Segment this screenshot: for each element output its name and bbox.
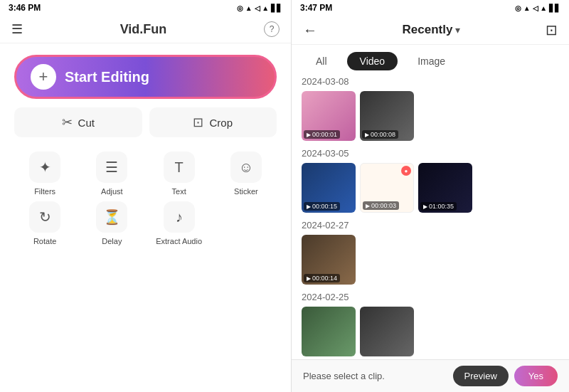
text-tool[interactable]: T Text	[149, 152, 210, 196]
filters-tool[interactable]: ✦ Filters	[14, 152, 75, 196]
plus-icon: +	[31, 64, 56, 90]
left-status-icons: ◎ ▲ ◁ ▲ ▋▋	[237, 4, 282, 12]
extract-audio-tool[interactable]: ♪ Extract Audio	[149, 201, 210, 245]
right-time: 3:47 PM	[300, 3, 332, 13]
duration-badge: ▶ 00:00:01	[304, 130, 340, 139]
left-time: 3:46 PM	[9, 3, 41, 13]
play-icon: ▶	[307, 132, 311, 138]
duration-badge: ▶ 00:00:08	[362, 130, 398, 139]
sticker-label: Sticker	[234, 187, 258, 196]
media-thumb[interactable]: ▶ 00:00:01	[302, 91, 356, 141]
menu-icon[interactable]: ☰	[11, 21, 23, 37]
media-thumb[interactable]	[302, 307, 356, 356]
adjust-tool[interactable]: ☰ Adjust	[81, 152, 142, 196]
delay-label: Delay	[102, 237, 122, 245]
media-thumb[interactable]: ▶ 00:00:08	[360, 91, 414, 141]
duration-badge: ▶ 00:00:14	[304, 274, 340, 282]
sticker-tool[interactable]: ☺ Sticker	[216, 152, 277, 196]
media-row-2: ▶ 00:00:14	[302, 235, 559, 285]
duration-badge: ▶ 00:00:15	[304, 202, 340, 211]
right-panel: 3:47 PM ◎ ▲ ◁ ▲ ▋▋ ← Recently ▾ ⊡ All Vi…	[292, 0, 569, 392]
left-panel: 3:46 PM ◎ ▲ ◁ ▲ ▋▋ ☰ Vid.Fun ? + Start E…	[0, 0, 292, 392]
play-icon: ▶	[307, 275, 311, 282]
media-thumb[interactable]: ▶ 01:00:35	[418, 163, 472, 213]
date-label-2: 2024-02-27	[302, 220, 559, 231]
chevron-down-icon: ▾	[455, 24, 460, 36]
delay-tool[interactable]: ⏳ Delay	[81, 201, 142, 245]
tab-all[interactable]: All	[303, 52, 340, 70]
duration-badge: ▶ 01:00:35	[420, 202, 457, 211]
start-editing-button[interactable]: + Start Editing	[14, 55, 277, 99]
status-bar-right: 3:47 PM ◎ ▲ ◁ ▲ ▋▋	[292, 0, 569, 16]
start-editing-label: Start Editing	[65, 69, 149, 85]
play-icon: ▶	[365, 132, 369, 138]
left-header: ☰ Vid.Fun ?	[0, 16, 291, 43]
filters-icon: ✦	[29, 152, 60, 183]
media-thumb[interactable]: ▶ 00:00:15	[302, 163, 356, 213]
tools-grid: ✦ Filters ☰ Adjust T Text ☺ Sticker ↻ Ro…	[0, 146, 291, 251]
recently-label: Recently	[403, 23, 453, 37]
select-clip-text: Please select a clip.	[303, 371, 385, 381]
camera-icon[interactable]: ⊡	[546, 21, 558, 38]
play-icon: ▶	[307, 203, 311, 210]
rotate-label: Rotate	[33, 237, 56, 245]
recently-dropdown[interactable]: Recently ▾	[403, 23, 461, 37]
preview-button[interactable]: Preview	[453, 366, 509, 386]
cut-button[interactable]: ✂ Cut	[14, 107, 142, 137]
extract-audio-label: Extract Audio	[156, 237, 202, 245]
help-button[interactable]: ?	[264, 21, 280, 37]
tab-video[interactable]: Video	[347, 52, 398, 70]
yes-button[interactable]: Yes	[514, 366, 558, 386]
media-scroll[interactable]: 2024-03-08 ▶ 00:00:01 ▶ 00:00:08 202	[292, 76, 569, 392]
media-row-1: ▶ 00:00:15 ● ▶ 00:00:03 ▶ 01:00:35	[302, 163, 559, 213]
extract-audio-icon: ♪	[164, 201, 195, 233]
duration-badge: ▶ 00:00:03	[363, 201, 399, 210]
media-thumb[interactable]: ● ▶ 00:00:03	[360, 163, 414, 213]
right-status-icons: ◎ ▲ ◁ ▲ ▋▋	[515, 4, 560, 12]
delay-icon: ⏳	[96, 201, 127, 233]
date-section-0: 2024-03-08 ▶ 00:00:01 ▶ 00:00:08	[302, 76, 559, 141]
play-icon: ▶	[366, 203, 370, 209]
filter-tabs: All Video Image	[292, 45, 569, 76]
crop-icon: ⊡	[193, 115, 203, 130]
date-label-3: 2024-02-25	[302, 292, 559, 302]
scissors-icon: ✂	[62, 115, 73, 130]
crop-label: Crop	[209, 117, 233, 129]
text-icon: T	[164, 152, 195, 183]
filters-label: Filters	[34, 187, 55, 196]
adjust-icon: ☰	[96, 152, 127, 183]
cut-label: Cut	[78, 117, 95, 129]
date-label-0: 2024-03-08	[302, 76, 559, 87]
quick-tools: ✂ Cut ⊡ Crop	[0, 107, 291, 146]
date-label-1: 2024-03-05	[302, 148, 559, 159]
tab-image[interactable]: Image	[405, 52, 458, 70]
rotate-icon: ↻	[29, 201, 60, 233]
media-row-0: ▶ 00:00:01 ▶ 00:00:08	[302, 91, 559, 141]
crop-button[interactable]: ⊡ Crop	[149, 107, 277, 137]
media-row-3	[302, 307, 559, 356]
media-thumb[interactable]: ▶ 00:00:14	[302, 235, 356, 285]
media-thumb[interactable]	[360, 307, 414, 356]
selected-badge: ●	[401, 166, 411, 176]
rotate-tool[interactable]: ↻ Rotate	[14, 201, 75, 245]
status-bar-left: 3:46 PM ◎ ▲ ◁ ▲ ▋▋	[0, 0, 291, 16]
play-icon: ▶	[423, 203, 427, 210]
bottom-buttons: Preview Yes	[453, 366, 558, 386]
right-header: ← Recently ▾ ⊡	[292, 16, 569, 45]
bottom-bar: Please select a clip. Preview Yes	[292, 359, 569, 392]
date-section-1: 2024-03-05 ▶ 00:00:15 ● ▶ 00:00:03	[302, 148, 559, 213]
app-logo: Vid.Fun	[120, 22, 167, 37]
date-section-3: 2024-02-25	[302, 292, 559, 356]
back-button[interactable]: ←	[303, 22, 317, 38]
date-section-2: 2024-02-27 ▶ 00:00:14	[302, 220, 559, 285]
adjust-label: Adjust	[101, 187, 123, 196]
text-label: Text	[172, 187, 186, 196]
sticker-icon: ☺	[230, 152, 262, 183]
